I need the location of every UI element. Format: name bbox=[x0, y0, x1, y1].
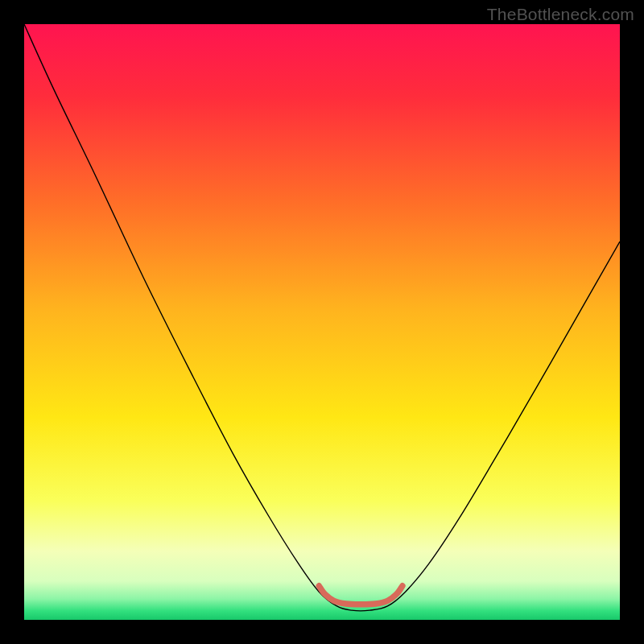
gradient-background bbox=[24, 24, 620, 620]
watermark-label: TheBottleneck.com bbox=[487, 5, 634, 24]
bottleneck-chart bbox=[24, 24, 620, 620]
chart-frame: TheBottleneck.com bbox=[0, 0, 644, 644]
plot-area bbox=[24, 24, 620, 620]
